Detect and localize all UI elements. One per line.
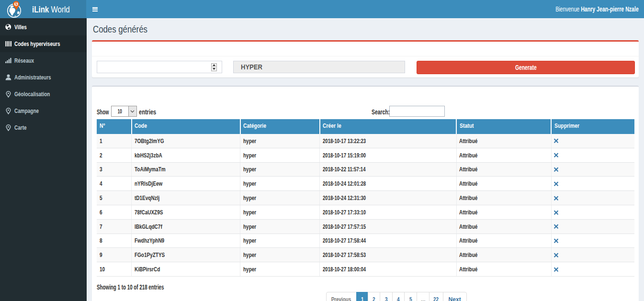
svg-text:$: $ (15, 2, 17, 6)
